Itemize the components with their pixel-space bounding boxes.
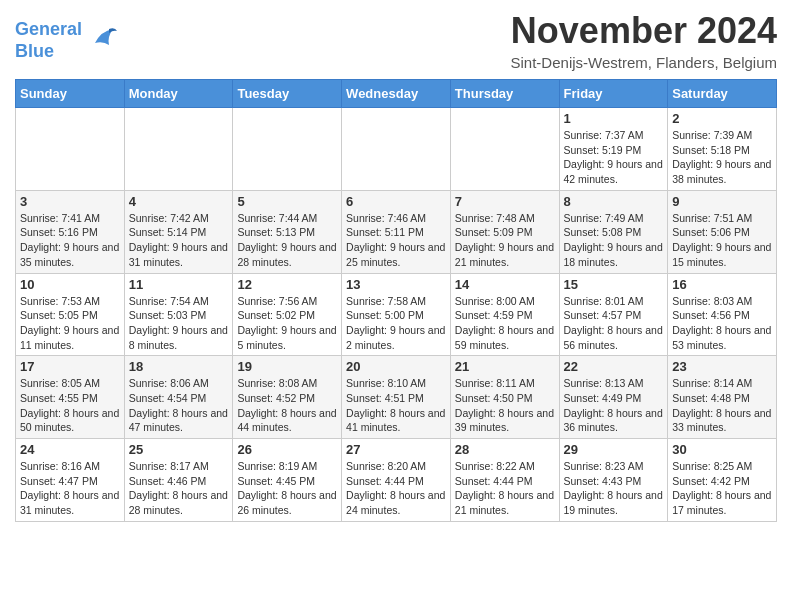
day-info: Sunrise: 8:10 AM Sunset: 4:51 PM Dayligh… xyxy=(346,376,446,435)
col-tuesday: Tuesday xyxy=(233,80,342,108)
day-info: Sunrise: 7:51 AM Sunset: 5:06 PM Dayligh… xyxy=(672,211,772,270)
calendar-cell-w5-d2: 25Sunrise: 8:17 AM Sunset: 4:46 PM Dayli… xyxy=(124,439,233,522)
calendar-week-5: 24Sunrise: 8:16 AM Sunset: 4:47 PM Dayli… xyxy=(16,439,777,522)
day-number: 2 xyxy=(672,111,772,126)
calendar-cell-w4-d3: 19Sunrise: 8:08 AM Sunset: 4:52 PM Dayli… xyxy=(233,356,342,439)
day-number: 21 xyxy=(455,359,555,374)
calendar-week-4: 17Sunrise: 8:05 AM Sunset: 4:55 PM Dayli… xyxy=(16,356,777,439)
col-thursday: Thursday xyxy=(450,80,559,108)
calendar-cell-w5-d3: 26Sunrise: 8:19 AM Sunset: 4:45 PM Dayli… xyxy=(233,439,342,522)
calendar-cell-w3-d7: 16Sunrise: 8:03 AM Sunset: 4:56 PM Dayli… xyxy=(668,273,777,356)
day-number: 29 xyxy=(564,442,664,457)
logo-text: General Blue xyxy=(15,19,119,62)
main-container: General Blue November 2024 Sint-Denijs-W… xyxy=(0,0,792,532)
calendar-header-row: Sunday Monday Tuesday Wednesday Thursday… xyxy=(16,80,777,108)
calendar-cell-w5-d5: 28Sunrise: 8:22 AM Sunset: 4:44 PM Dayli… xyxy=(450,439,559,522)
day-number: 13 xyxy=(346,277,446,292)
calendar-cell-w4-d2: 18Sunrise: 8:06 AM Sunset: 4:54 PM Dayli… xyxy=(124,356,233,439)
calendar-cell-w4-d7: 23Sunrise: 8:14 AM Sunset: 4:48 PM Dayli… xyxy=(668,356,777,439)
day-number: 26 xyxy=(237,442,337,457)
day-info: Sunrise: 8:06 AM Sunset: 4:54 PM Dayligh… xyxy=(129,376,229,435)
day-info: Sunrise: 8:16 AM Sunset: 4:47 PM Dayligh… xyxy=(20,459,120,518)
day-number: 15 xyxy=(564,277,664,292)
calendar-table: Sunday Monday Tuesday Wednesday Thursday… xyxy=(15,79,777,522)
calendar-cell-w2-d1: 3Sunrise: 7:41 AM Sunset: 5:16 PM Daylig… xyxy=(16,190,125,273)
day-info: Sunrise: 8:14 AM Sunset: 4:48 PM Dayligh… xyxy=(672,376,772,435)
day-info: Sunrise: 7:56 AM Sunset: 5:02 PM Dayligh… xyxy=(237,294,337,353)
col-sunday: Sunday xyxy=(16,80,125,108)
day-info: Sunrise: 7:42 AM Sunset: 5:14 PM Dayligh… xyxy=(129,211,229,270)
day-info: Sunrise: 8:19 AM Sunset: 4:45 PM Dayligh… xyxy=(237,459,337,518)
calendar-week-3: 10Sunrise: 7:53 AM Sunset: 5:05 PM Dayli… xyxy=(16,273,777,356)
month-title: November 2024 xyxy=(511,10,777,52)
day-info: Sunrise: 8:00 AM Sunset: 4:59 PM Dayligh… xyxy=(455,294,555,353)
day-number: 14 xyxy=(455,277,555,292)
calendar-week-2: 3Sunrise: 7:41 AM Sunset: 5:16 PM Daylig… xyxy=(16,190,777,273)
day-number: 4 xyxy=(129,194,229,209)
day-info: Sunrise: 7:58 AM Sunset: 5:00 PM Dayligh… xyxy=(346,294,446,353)
header: General Blue November 2024 Sint-Denijs-W… xyxy=(15,10,777,71)
calendar-cell-w4-d6: 22Sunrise: 8:13 AM Sunset: 4:49 PM Dayli… xyxy=(559,356,668,439)
day-number: 28 xyxy=(455,442,555,457)
calendar-cell-w1-d6: 1Sunrise: 7:37 AM Sunset: 5:19 PM Daylig… xyxy=(559,108,668,191)
day-info: Sunrise: 8:25 AM Sunset: 4:42 PM Dayligh… xyxy=(672,459,772,518)
day-info: Sunrise: 7:37 AM Sunset: 5:19 PM Dayligh… xyxy=(564,128,664,187)
day-info: Sunrise: 7:41 AM Sunset: 5:16 PM Dayligh… xyxy=(20,211,120,270)
day-info: Sunrise: 7:48 AM Sunset: 5:09 PM Dayligh… xyxy=(455,211,555,270)
calendar-cell-w2-d2: 4Sunrise: 7:42 AM Sunset: 5:14 PM Daylig… xyxy=(124,190,233,273)
day-info: Sunrise: 7:54 AM Sunset: 5:03 PM Dayligh… xyxy=(129,294,229,353)
logo-bird-icon xyxy=(87,23,119,59)
day-number: 18 xyxy=(129,359,229,374)
day-info: Sunrise: 8:05 AM Sunset: 4:55 PM Dayligh… xyxy=(20,376,120,435)
day-number: 12 xyxy=(237,277,337,292)
calendar-cell-w3-d2: 11Sunrise: 7:54 AM Sunset: 5:03 PM Dayli… xyxy=(124,273,233,356)
calendar-cell-w5-d7: 30Sunrise: 8:25 AM Sunset: 4:42 PM Dayli… xyxy=(668,439,777,522)
calendar-cell-w3-d5: 14Sunrise: 8:00 AM Sunset: 4:59 PM Dayli… xyxy=(450,273,559,356)
day-info: Sunrise: 8:13 AM Sunset: 4:49 PM Dayligh… xyxy=(564,376,664,435)
day-info: Sunrise: 7:46 AM Sunset: 5:11 PM Dayligh… xyxy=(346,211,446,270)
col-friday: Friday xyxy=(559,80,668,108)
logo-general: General xyxy=(15,19,82,39)
calendar-cell-w4-d5: 21Sunrise: 8:11 AM Sunset: 4:50 PM Dayli… xyxy=(450,356,559,439)
calendar-cell-w2-d5: 7Sunrise: 7:48 AM Sunset: 5:09 PM Daylig… xyxy=(450,190,559,273)
calendar-body: 1Sunrise: 7:37 AM Sunset: 5:19 PM Daylig… xyxy=(16,108,777,522)
day-number: 10 xyxy=(20,277,120,292)
calendar-cell-w1-d2 xyxy=(124,108,233,191)
day-info: Sunrise: 7:49 AM Sunset: 5:08 PM Dayligh… xyxy=(564,211,664,270)
day-info: Sunrise: 8:23 AM Sunset: 4:43 PM Dayligh… xyxy=(564,459,664,518)
day-number: 3 xyxy=(20,194,120,209)
day-number: 16 xyxy=(672,277,772,292)
day-number: 22 xyxy=(564,359,664,374)
day-info: Sunrise: 8:20 AM Sunset: 4:44 PM Dayligh… xyxy=(346,459,446,518)
day-number: 1 xyxy=(564,111,664,126)
calendar-cell-w5-d1: 24Sunrise: 8:16 AM Sunset: 4:47 PM Dayli… xyxy=(16,439,125,522)
logo: General Blue xyxy=(15,19,119,62)
day-number: 8 xyxy=(564,194,664,209)
day-info: Sunrise: 8:11 AM Sunset: 4:50 PM Dayligh… xyxy=(455,376,555,435)
calendar-cell-w5-d4: 27Sunrise: 8:20 AM Sunset: 4:44 PM Dayli… xyxy=(342,439,451,522)
calendar-cell-w4-d4: 20Sunrise: 8:10 AM Sunset: 4:51 PM Dayli… xyxy=(342,356,451,439)
calendar-cell-w3-d6: 15Sunrise: 8:01 AM Sunset: 4:57 PM Dayli… xyxy=(559,273,668,356)
day-number: 30 xyxy=(672,442,772,457)
col-saturday: Saturday xyxy=(668,80,777,108)
day-info: Sunrise: 8:08 AM Sunset: 4:52 PM Dayligh… xyxy=(237,376,337,435)
day-number: 23 xyxy=(672,359,772,374)
col-monday: Monday xyxy=(124,80,233,108)
day-number: 25 xyxy=(129,442,229,457)
day-number: 19 xyxy=(237,359,337,374)
calendar-cell-w1-d5 xyxy=(450,108,559,191)
calendar-cell-w3-d4: 13Sunrise: 7:58 AM Sunset: 5:00 PM Dayli… xyxy=(342,273,451,356)
calendar-cell-w1-d1 xyxy=(16,108,125,191)
calendar-cell-w1-d7: 2Sunrise: 7:39 AM Sunset: 5:18 PM Daylig… xyxy=(668,108,777,191)
day-info: Sunrise: 8:01 AM Sunset: 4:57 PM Dayligh… xyxy=(564,294,664,353)
day-number: 7 xyxy=(455,194,555,209)
calendar-cell-w2-d7: 9Sunrise: 7:51 AM Sunset: 5:06 PM Daylig… xyxy=(668,190,777,273)
calendar-cell-w1-d4 xyxy=(342,108,451,191)
calendar-cell-w3-d3: 12Sunrise: 7:56 AM Sunset: 5:02 PM Dayli… xyxy=(233,273,342,356)
day-info: Sunrise: 8:17 AM Sunset: 4:46 PM Dayligh… xyxy=(129,459,229,518)
day-info: Sunrise: 7:39 AM Sunset: 5:18 PM Dayligh… xyxy=(672,128,772,187)
location: Sint-Denijs-Westrem, Flanders, Belgium xyxy=(511,54,777,71)
calendar-cell-w5-d6: 29Sunrise: 8:23 AM Sunset: 4:43 PM Dayli… xyxy=(559,439,668,522)
day-number: 24 xyxy=(20,442,120,457)
day-info: Sunrise: 7:44 AM Sunset: 5:13 PM Dayligh… xyxy=(237,211,337,270)
